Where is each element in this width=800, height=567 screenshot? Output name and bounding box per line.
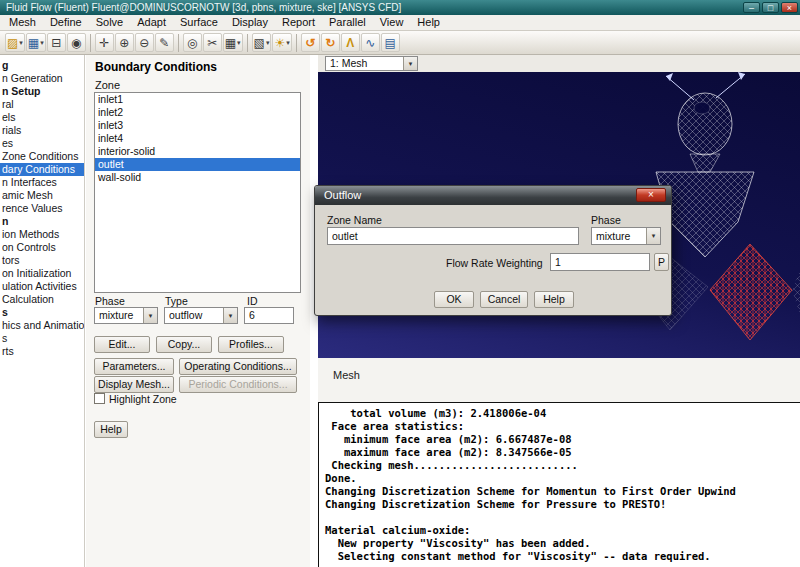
report-button[interactable]: ▤ (381, 33, 400, 52)
surface-grid-button[interactable]: ▦▾ (223, 33, 243, 52)
tree-item[interactable]: amic Mesh (0, 189, 84, 202)
menu-view[interactable]: View (373, 15, 411, 30)
maximize-button[interactable]: □ (762, 2, 779, 13)
tree-item[interactable]: hics and Animations (0, 319, 84, 332)
tree-item[interactable]: Calculation (0, 293, 84, 306)
zone-list-item[interactable]: inlet2 (95, 106, 300, 119)
zoom-out-button[interactable]: ⊖ (135, 33, 154, 52)
tree-item[interactable]: Zone Conditions (0, 150, 84, 163)
open-icon: ▨ (7, 36, 18, 50)
zone-name-field[interactable]: outlet (327, 227, 579, 245)
dialog-close-button[interactable]: × (636, 188, 666, 202)
highlight-zone-label: Highlight Zone (109, 393, 177, 405)
periodic-conditions-button[interactable]: Periodic Conditions... (179, 376, 297, 393)
menu-mesh[interactable]: Mesh (2, 15, 43, 30)
initialize-button[interactable]: ↺ (301, 33, 320, 52)
tree-item[interactable]: s (0, 332, 84, 345)
menu-bar: Mesh Define Solve Adapt Surface Display … (0, 15, 800, 31)
tree-item[interactable]: els (0, 111, 84, 124)
profiles-button[interactable]: Profiles... (218, 336, 284, 353)
tree-item[interactable]: ulation Activities (0, 280, 84, 293)
menu-report[interactable]: Report (275, 15, 322, 30)
chevron-down-icon: ▾ (403, 57, 417, 70)
type-select[interactable]: outflow ▾ (164, 307, 238, 324)
tree-item[interactable]: es (0, 137, 84, 150)
help-button[interactable]: Help (94, 421, 128, 438)
menu-adapt[interactable]: Adapt (130, 15, 173, 30)
highlight-zone-checkbox[interactable] (94, 393, 105, 404)
console-line (325, 511, 800, 524)
lambda-icon: Λ (346, 36, 354, 50)
viewport-caption: Mesh (333, 369, 360, 381)
menu-solve[interactable]: Solve (89, 15, 131, 30)
tree-item[interactable]: ion Methods (0, 228, 84, 241)
parameters-button[interactable]: Parameters... (94, 358, 174, 375)
residuals-button[interactable]: ∿ (361, 33, 380, 52)
phase-select[interactable]: mixture ▾ (94, 307, 158, 324)
close-button[interactable]: × (781, 2, 798, 13)
view-selector[interactable]: 1: Mesh ▾ (325, 56, 418, 71)
pan-rotate-button[interactable]: ✛ (95, 33, 114, 52)
tree-item[interactable]: n Generation (0, 72, 84, 85)
zone-list-item[interactable]: inlet4 (95, 132, 300, 145)
snapshot-button[interactable]: ◉ (67, 33, 86, 52)
phase-value: mixture (99, 309, 133, 321)
pencil-button[interactable]: ✎ (155, 33, 174, 52)
zone-list-item[interactable]: inlet3 (95, 119, 300, 132)
console-output[interactable]: total volume (m3): 2.418006e-04 Face are… (318, 402, 800, 567)
probe-button[interactable]: ◎ (183, 33, 202, 52)
tree-item[interactable]: s (0, 306, 84, 319)
initialize-icon: ↺ (305, 36, 315, 50)
tree-item[interactable]: n (0, 215, 84, 228)
zone-list-item[interactable]: inlet1 (95, 93, 300, 106)
dialog-phase-select[interactable]: mixture ▾ (591, 227, 661, 245)
menu-surface[interactable]: Surface (173, 15, 225, 30)
cancel-button[interactable]: Cancel (480, 291, 528, 308)
tree-item[interactable]: ral (0, 98, 84, 111)
tree-item[interactable]: on Controls (0, 241, 84, 254)
save-button[interactable]: ▦▾ (26, 33, 46, 52)
iterate-button[interactable]: ↻ (321, 33, 340, 52)
dialog-title-bar[interactable]: Outflow × (315, 186, 671, 205)
menu-parallel[interactable]: Parallel (322, 15, 373, 30)
zone-list-item[interactable]: wall-solid (95, 171, 300, 184)
edit-button[interactable]: Edit... (94, 336, 150, 353)
parameter-p-button[interactable]: P (654, 253, 669, 271)
menu-define[interactable]: Define (43, 15, 89, 30)
open-button[interactable]: ▨▾ (5, 33, 25, 52)
tree-item[interactable]: g (0, 59, 84, 72)
window-title: Fluid Flow (Fluent) Fluent@DOMINUSCORNOT… (6, 2, 401, 13)
copy-button[interactable]: Copy... (156, 336, 212, 353)
flow-rate-field[interactable]: 1 (550, 253, 650, 271)
pencil-icon: ✎ (159, 36, 169, 50)
shading-button[interactable]: ▧▾ (252, 33, 272, 52)
tree-item[interactable]: n Setup (0, 85, 84, 98)
display-mesh-button[interactable]: Display Mesh... (94, 376, 174, 393)
tree-item[interactable]: rts (0, 345, 84, 358)
operating-conditions-button[interactable]: Operating Conditions... (179, 358, 297, 375)
zoom-in-button[interactable]: ⊕ (115, 33, 134, 52)
measure-button[interactable]: ✂ (203, 33, 222, 52)
tree-item[interactable]: n Interfaces (0, 176, 84, 189)
tree-item[interactable]: tors (0, 254, 84, 267)
ok-button[interactable]: OK (434, 291, 474, 308)
tree-item[interactable]: rials (0, 124, 84, 137)
tree-item[interactable]: rence Values (0, 202, 84, 215)
zone-list-item[interactable]: interior-solid (95, 145, 300, 158)
chevron-down-icon: ▾ (223, 308, 237, 323)
menu-help[interactable]: Help (410, 15, 447, 30)
dialog-help-button[interactable]: Help (534, 291, 574, 308)
lights-button[interactable]: ☀▾ (272, 33, 291, 52)
measure-icon: ✂ (207, 36, 217, 50)
print-button[interactable]: ⊟ (47, 33, 66, 52)
id-field[interactable]: 6 (244, 307, 294, 324)
menu-display[interactable]: Display (225, 15, 275, 30)
tree-item-boundary-conditions[interactable]: dary Conditions (0, 163, 84, 176)
minimize-button[interactable]: – (743, 2, 760, 13)
console-line: Material calcium-oxide: (325, 524, 800, 537)
lambda-button[interactable]: Λ (341, 33, 360, 52)
zone-list-item-outlet[interactable]: outlet (95, 158, 300, 171)
zone-list: inlet1 inlet2 inlet3 inlet4 interior-sol… (94, 92, 301, 293)
tree-item[interactable]: on Initialization (0, 267, 84, 280)
console-line: Checking mesh.......................... (325, 459, 800, 472)
